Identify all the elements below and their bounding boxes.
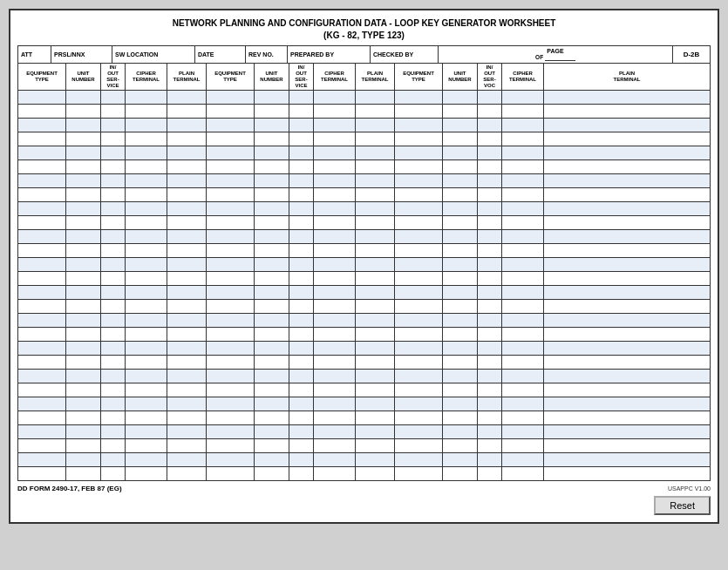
table-cell[interactable] xyxy=(66,257,101,271)
table-cell[interactable] xyxy=(395,215,443,229)
table-cell[interactable] xyxy=(255,257,289,271)
table-cell[interactable] xyxy=(18,313,66,327)
table-cell[interactable] xyxy=(207,285,255,299)
table-cell[interactable] xyxy=(395,187,443,201)
table-cell[interactable] xyxy=(478,187,502,201)
table-cell[interactable] xyxy=(289,397,314,411)
table-cell[interactable] xyxy=(544,187,711,201)
table-cell[interactable] xyxy=(502,355,544,369)
table-cell[interactable] xyxy=(167,118,207,132)
table-cell[interactable] xyxy=(66,90,101,104)
table-cell[interactable] xyxy=(544,327,711,341)
table-cell[interactable] xyxy=(255,159,289,173)
table-cell[interactable] xyxy=(167,201,207,215)
table-cell[interactable] xyxy=(18,257,66,271)
table-cell[interactable] xyxy=(395,411,443,424)
table-cell[interactable] xyxy=(478,341,502,355)
table-cell[interactable] xyxy=(101,243,126,257)
table-cell[interactable] xyxy=(207,383,255,397)
table-cell[interactable] xyxy=(314,341,356,355)
table-cell[interactable] xyxy=(544,383,711,397)
table-cell[interactable] xyxy=(443,159,478,173)
table-cell[interactable] xyxy=(356,397,395,411)
table-cell[interactable] xyxy=(66,438,101,452)
table-cell[interactable] xyxy=(101,104,126,118)
table-cell[interactable] xyxy=(395,118,443,132)
table-cell[interactable] xyxy=(126,355,167,369)
table-cell[interactable] xyxy=(167,271,207,285)
table-cell[interactable] xyxy=(478,424,502,438)
table-cell[interactable] xyxy=(314,229,356,243)
table-cell[interactable] xyxy=(126,285,167,299)
table-cell[interactable] xyxy=(544,424,711,438)
table-cell[interactable] xyxy=(101,132,126,146)
table-cell[interactable] xyxy=(66,104,101,118)
table-cell[interactable] xyxy=(289,215,314,229)
table-cell[interactable] xyxy=(314,369,356,383)
table-cell[interactable] xyxy=(18,132,66,146)
table-cell[interactable] xyxy=(289,327,314,341)
table-cell[interactable] xyxy=(478,104,502,118)
table-cell[interactable] xyxy=(544,397,711,411)
table-cell[interactable] xyxy=(255,229,289,243)
table-cell[interactable] xyxy=(101,438,126,452)
table-cell[interactable] xyxy=(126,132,167,146)
table-cell[interactable] xyxy=(356,187,395,201)
table-cell[interactable] xyxy=(443,257,478,271)
table-cell[interactable] xyxy=(443,355,478,369)
table-cell[interactable] xyxy=(544,173,711,187)
table-cell[interactable] xyxy=(356,424,395,438)
table-cell[interactable] xyxy=(66,411,101,424)
table-cell[interactable] xyxy=(18,369,66,383)
table-cell[interactable] xyxy=(18,215,66,229)
table-cell[interactable] xyxy=(167,173,207,187)
table-cell[interactable] xyxy=(356,411,395,424)
table-cell[interactable] xyxy=(478,243,502,257)
table-cell[interactable] xyxy=(126,271,167,285)
table-cell[interactable] xyxy=(443,313,478,327)
table-cell[interactable] xyxy=(544,132,711,146)
table-cell[interactable] xyxy=(314,285,356,299)
table-cell[interactable] xyxy=(544,369,711,383)
table-cell[interactable] xyxy=(395,397,443,411)
table-cell[interactable] xyxy=(289,104,314,118)
table-cell[interactable] xyxy=(544,355,711,369)
table-cell[interactable] xyxy=(544,229,711,243)
table-cell[interactable] xyxy=(207,146,255,159)
table-cell[interactable] xyxy=(18,341,66,355)
table-cell[interactable] xyxy=(255,118,289,132)
table-cell[interactable] xyxy=(314,201,356,215)
table-cell[interactable] xyxy=(126,257,167,271)
table-cell[interactable] xyxy=(289,271,314,285)
table-cell[interactable] xyxy=(356,146,395,159)
table-cell[interactable] xyxy=(314,215,356,229)
table-cell[interactable] xyxy=(443,299,478,313)
table-cell[interactable] xyxy=(207,397,255,411)
table-cell[interactable] xyxy=(502,438,544,452)
table-cell[interactable] xyxy=(207,452,255,466)
table-cell[interactable] xyxy=(502,341,544,355)
table-cell[interactable] xyxy=(478,257,502,271)
table-cell[interactable] xyxy=(101,424,126,438)
table-cell[interactable] xyxy=(167,341,207,355)
table-cell[interactable] xyxy=(314,257,356,271)
table-cell[interactable] xyxy=(126,118,167,132)
table-cell[interactable] xyxy=(289,201,314,215)
table-cell[interactable] xyxy=(502,466,544,480)
table-cell[interactable] xyxy=(18,159,66,173)
table-cell[interactable] xyxy=(289,187,314,201)
table-cell[interactable] xyxy=(356,215,395,229)
table-cell[interactable] xyxy=(289,159,314,173)
table-cell[interactable] xyxy=(167,411,207,424)
table-cell[interactable] xyxy=(289,341,314,355)
table-cell[interactable] xyxy=(478,229,502,243)
table-cell[interactable] xyxy=(443,466,478,480)
table-cell[interactable] xyxy=(443,424,478,438)
table-cell[interactable] xyxy=(167,383,207,397)
table-cell[interactable] xyxy=(126,146,167,159)
table-cell[interactable] xyxy=(395,327,443,341)
table-cell[interactable] xyxy=(126,411,167,424)
table-cell[interactable] xyxy=(502,173,544,187)
table-cell[interactable] xyxy=(443,243,478,257)
table-cell[interactable] xyxy=(544,243,711,257)
